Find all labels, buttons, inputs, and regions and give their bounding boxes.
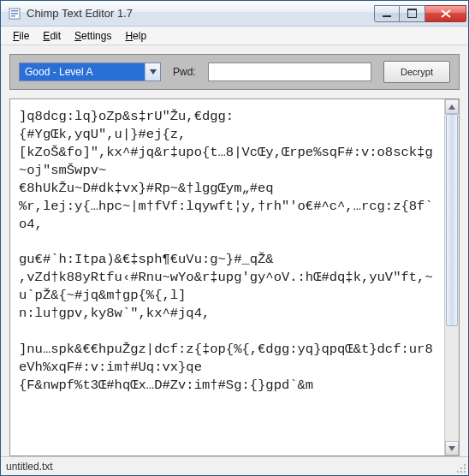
menu-edit-rest: dit <box>50 30 61 42</box>
decrypt-button[interactable]: Decrypt <box>383 61 450 83</box>
scroll-up-button[interactable] <box>445 99 459 114</box>
client-area: Good - Level A Pwd: Decrypt ]q8dcg:lq}oZ… <box>1 45 468 456</box>
vertical-scrollbar[interactable] <box>444 99 459 455</box>
menu-help[interactable]: Help <box>118 28 153 44</box>
encryption-level-value: Good - Level A <box>20 63 145 80</box>
scroll-track[interactable] <box>445 114 459 441</box>
svg-point-7 <box>457 471 459 473</box>
scroll-down-button[interactable] <box>445 441 459 455</box>
window-title: Chimp Text Editor 1.7 <box>27 7 374 20</box>
menu-edit[interactable]: Edit <box>36 28 68 44</box>
app-icon <box>8 7 21 21</box>
window-controls <box>374 5 466 22</box>
menu-help-rest: elp <box>133 30 146 42</box>
editor-container: ]q8dcg:lq}oZp&s‡rU"Žu,€dgg: {#YgŒk,yqU",… <box>9 98 460 456</box>
svg-point-9 <box>464 471 466 473</box>
status-filename: untitled.txt <box>6 461 53 473</box>
chevron-down-icon <box>145 63 160 80</box>
statusbar: untitled.txt <box>1 456 468 475</box>
editor-textarea[interactable]: ]q8dcg:lq}oZp&s‡rU"Žu,€dgg: {#YgŒk,yqU",… <box>10 99 444 455</box>
app-window: Chimp Text Editor 1.7 File Edit Settings… <box>0 0 469 476</box>
menu-file-rest: ile <box>19 30 29 42</box>
close-button[interactable] <box>425 5 466 22</box>
scroll-thumb[interactable] <box>446 114 458 326</box>
password-input[interactable] <box>208 62 371 81</box>
encryption-level-select[interactable]: Good - Level A <box>19 62 161 81</box>
menu-file[interactable]: File <box>6 28 36 44</box>
menu-settings-rest: ettings <box>81 30 111 42</box>
svg-point-5 <box>460 467 462 469</box>
maximize-button[interactable] <box>400 5 425 22</box>
decrypt-button-label: Decrypt <box>401 67 433 77</box>
svg-point-4 <box>464 464 466 466</box>
svg-rect-3 <box>11 15 15 17</box>
titlebar[interactable]: Chimp Text Editor 1.7 <box>1 1 468 27</box>
svg-rect-2 <box>11 13 18 15</box>
password-label: Pwd: <box>173 66 196 78</box>
svg-point-8 <box>460 471 462 473</box>
minimize-button[interactable] <box>374 5 400 22</box>
toolbar: Good - Level A Pwd: Decrypt <box>9 54 460 90</box>
svg-point-6 <box>464 467 466 469</box>
svg-rect-1 <box>11 10 18 12</box>
menubar: File Edit Settings Help <box>1 27 468 45</box>
resize-grip-icon[interactable] <box>454 461 466 473</box>
menu-settings[interactable]: Settings <box>68 28 118 44</box>
